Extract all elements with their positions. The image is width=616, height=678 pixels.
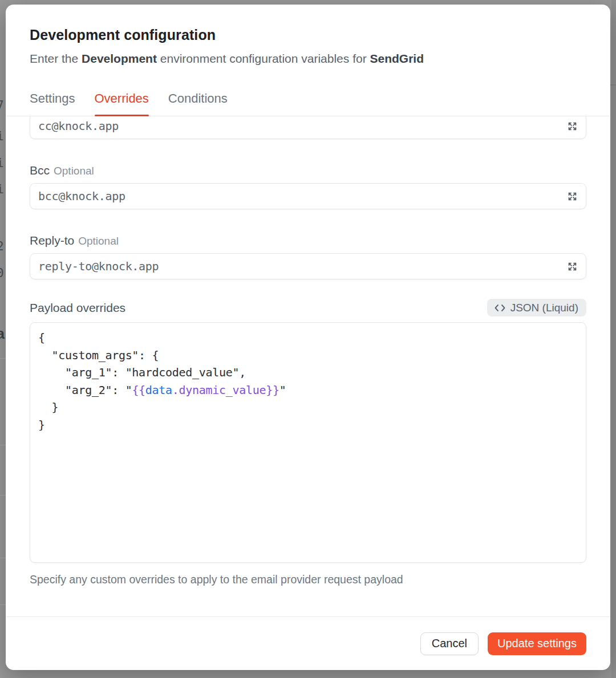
tab-bar: Settings Overrides Conditions: [6, 91, 610, 116]
field-label: Bcc: [30, 164, 50, 177]
development-configuration-dialog: Development configuration Enter the Deve…: [6, 5, 610, 670]
reply-to-input[interactable]: reply-to@knock.app: [30, 253, 586, 279]
code-line: {: [38, 329, 578, 347]
payload-overrides-header-row: Payload overrides JSON (Liquid): [30, 299, 586, 316]
background-page-fragment-strip: 7iii20a: [0, 0, 6, 678]
code-token-plain: }: [38, 418, 45, 432]
field-label-row: Reply-toOptional: [30, 234, 586, 247]
dialog-title: Development configuration: [30, 26, 586, 43]
field-optional-label: Optional: [54, 165, 94, 177]
code-line: "custom_args": {: [38, 347, 578, 364]
background-text-fragment: 0: [0, 266, 6, 281]
cc-input[interactable]: cc@knock.app: [30, 116, 586, 139]
overrides-tab-panel: cc@knock.app BccOptional bcc@knock.app: [6, 116, 610, 616]
subtitle-segment: Development: [82, 52, 157, 65]
code-token-liquid: {{: [132, 383, 145, 397]
background-row-divider: [0, 604, 6, 605]
subtitle-segment: SendGrid: [370, 52, 424, 65]
code-token-liquid: dynamic_value: [179, 383, 266, 397]
tab-overrides[interactable]: Overrides: [95, 91, 149, 116]
background-text-fragment: i: [0, 182, 6, 197]
code-line: }: [38, 399, 578, 416]
field-group-reply-to: Reply-toOptional reply-to@knock.app: [30, 234, 586, 279]
json-liquid-badge: JSON (Liquid): [487, 299, 586, 316]
code-line: "arg_1": "hardcoded_value",: [38, 364, 578, 381]
code-token-plain: ": [279, 383, 286, 397]
code-token-liquid: .: [172, 383, 179, 397]
payload-overrides-code-editor[interactable]: { "custom_args": { "arg_1": "hardcoded_v…: [30, 322, 586, 563]
update-settings-button[interactable]: Update settings: [488, 632, 586, 655]
field-group-cc: cc@knock.app: [30, 116, 586, 139]
code-token-liquid: }}: [266, 383, 279, 397]
background-row-divider: [0, 495, 6, 496]
code-icon: [494, 303, 506, 312]
tab-label: Conditions: [168, 91, 228, 105]
field-label-row: BccOptional: [30, 164, 586, 177]
field-group-bcc: BccOptional bcc@knock.app: [30, 164, 586, 209]
tab-settings[interactable]: Settings: [30, 91, 75, 116]
code-token-plain: {: [38, 331, 45, 344]
payload-overrides-helper-text: Specify any custom overrides to apply to…: [30, 573, 586, 586]
background-text-fragment: 7: [0, 98, 6, 113]
dialog-footer: Cancel Update settings: [6, 616, 610, 670]
code-token-var: data: [145, 383, 172, 397]
background-text-fragment: a: [0, 326, 6, 341]
cancel-button[interactable]: Cancel: [420, 632, 479, 655]
background-text-fragment: i: [0, 156, 6, 170]
background-text-fragment: i: [0, 129, 6, 144]
background-page-fragment-band: [611, 0, 616, 678]
background-row-divider: [0, 358, 6, 359]
code-token-plain: "custom_args": {: [38, 348, 159, 362]
background-row-divider: [0, 445, 6, 445]
code-token-plain: "arg_2": ": [38, 383, 132, 397]
code-line: }: [38, 416, 578, 434]
json-liquid-badge-label: JSON (Liquid): [510, 302, 578, 314]
background-text-fragment: 2: [0, 239, 6, 254]
subtitle-segment: Enter the: [30, 52, 82, 65]
input-value: reply-to@knock.app: [38, 259, 159, 273]
dialog-subtitle: Enter the Development environment config…: [30, 51, 586, 67]
code-line: "arg_2": "{{data.dynamic_value}}": [38, 381, 578, 399]
expand-icon[interactable]: [566, 120, 578, 132]
tab-conditions[interactable]: Conditions: [168, 91, 228, 116]
expand-icon[interactable]: [566, 260, 578, 273]
tab-label: Settings: [30, 91, 75, 105]
expand-icon[interactable]: [566, 190, 578, 202]
dialog-header: Development configuration Enter the Deve…: [6, 5, 610, 67]
code-token-plain: }: [38, 400, 58, 414]
background-row-divider: [0, 558, 6, 558]
tab-label: Overrides: [95, 91, 149, 105]
bcc-input[interactable]: bcc@knock.app: [30, 183, 586, 209]
field-optional-label: Optional: [78, 235, 119, 247]
code-token-plain: "arg_1": "hardcoded_value",: [38, 366, 246, 379]
input-value: cc@knock.app: [38, 119, 119, 133]
payload-overrides-label: Payload overrides: [30, 301, 125, 315]
field-label: Reply-to: [30, 234, 74, 247]
subtitle-segment: environment configuration variables for: [157, 52, 370, 65]
input-value: bcc@knock.app: [38, 189, 125, 203]
